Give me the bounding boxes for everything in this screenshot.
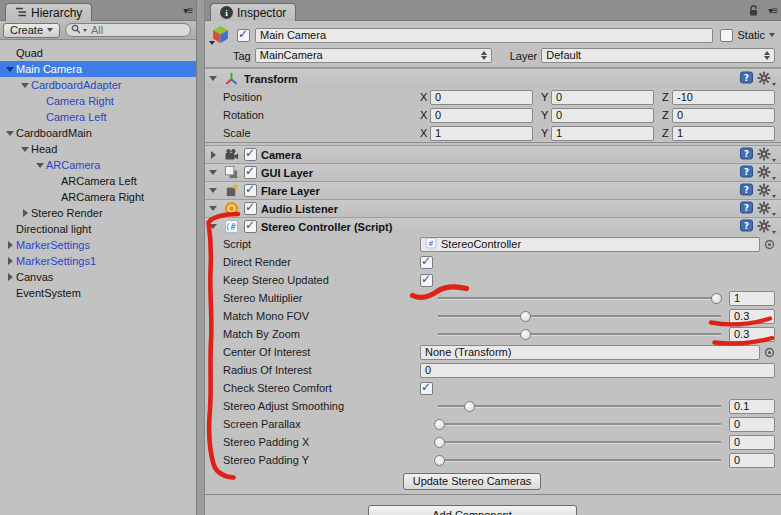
audio-listener-gear-icon[interactable] <box>757 201 776 217</box>
gui-layer-enabled-checkbox[interactable] <box>244 166 257 179</box>
script-object-field[interactable]: #StereoController <box>420 237 760 252</box>
transform-help-icon[interactable]: ? <box>740 71 753 86</box>
gameobject-cube-icon[interactable] <box>211 25 232 45</box>
transform-rotation-z-field[interactable]: 0 <box>672 108 775 123</box>
match-mono-fov-value-field[interactable]: 0.3 <box>729 309 775 324</box>
camera-foldout-icon[interactable] <box>207 149 219 161</box>
transform-component-header[interactable]: Transform? <box>205 68 781 88</box>
camera-gear-icon[interactable] <box>757 147 776 163</box>
hierarchy-item-quad[interactable]: Quad <box>0 45 196 61</box>
foldout-spacer[interactable] <box>4 287 16 299</box>
camera-component-header[interactable]: Camera? <box>205 145 781 163</box>
foldout-spacer[interactable] <box>49 191 61 203</box>
stereo-controller-script-help-icon[interactable]: ? <box>740 219 753 234</box>
audio-listener-component-header[interactable]: Audio Listener? <box>205 199 781 217</box>
check-stereo-comfort-checkbox[interactable] <box>420 382 433 395</box>
flare-layer-enabled-checkbox[interactable] <box>244 184 257 197</box>
stereo-multiplier-slider[interactable] <box>438 290 721 306</box>
layer-dropdown[interactable]: Default <box>541 48 775 63</box>
hierarchy-panel-menu-icon[interactable]: ▾≡ <box>183 5 192 16</box>
gui-layer-foldout-icon[interactable] <box>207 167 219 179</box>
transform-foldout-icon[interactable] <box>207 73 219 85</box>
hierarchy-item-arcamera[interactable]: ARCamera <box>0 157 196 173</box>
panel-splitter[interactable] <box>197 0 205 515</box>
foldout-expanded-icon[interactable] <box>4 127 16 139</box>
foldout-expanded-icon[interactable] <box>4 63 16 75</box>
stereo-padding-y-value-field[interactable]: 0 <box>729 453 775 468</box>
hierarchy-item-camera-left[interactable]: Camera Left <box>0 109 196 125</box>
hierarchy-item-arcamera-left[interactable]: ARCamera Left <box>0 173 196 189</box>
hierarchy-item-main-camera[interactable]: Main Camera <box>0 61 196 77</box>
match-by-zoom-slider[interactable] <box>438 326 721 342</box>
match-mono-fov-slider-thumb[interactable] <box>520 311 531 322</box>
foldout-spacer[interactable] <box>49 175 61 187</box>
camera-enabled-checkbox[interactable] <box>244 148 257 161</box>
create-button[interactable]: Create <box>3 23 60 38</box>
stereo-controller-script-foldout-icon[interactable] <box>207 221 219 233</box>
hierarchy-item-canvas[interactable]: Canvas <box>0 269 196 285</box>
stereo-padding-x-slider-thumb[interactable] <box>434 437 445 448</box>
center-of-interest-object-field[interactable]: None (Transform) <box>420 345 760 360</box>
foldout-collapsed-icon[interactable] <box>4 271 16 283</box>
transform-scale-y-field[interactable]: 1 <box>551 126 654 141</box>
audio-listener-foldout-icon[interactable] <box>207 203 219 215</box>
transform-position-y-field[interactable]: 0 <box>551 90 654 105</box>
flare-layer-gear-icon[interactable] <box>757 183 776 199</box>
stereo-padding-x-slider[interactable] <box>438 434 721 450</box>
hierarchy-item-camera-right[interactable]: Camera Right <box>0 93 196 109</box>
hierarchy-item-head[interactable]: Head <box>0 141 196 157</box>
stereo-adjust-smoothing-value-field[interactable]: 0.1 <box>729 399 775 414</box>
transform-position-x-field[interactable]: 0 <box>430 90 533 105</box>
tag-dropdown[interactable]: MainCamera <box>255 48 492 63</box>
keep-stereo-updated-checkbox[interactable] <box>420 274 433 287</box>
radius-of-interest-field[interactable]: 0 <box>420 363 775 378</box>
gui-layer-gear-icon[interactable] <box>757 165 776 181</box>
match-mono-fov-slider[interactable] <box>438 308 721 324</box>
update-stereo-cameras-button[interactable]: Update Stereo Cameras <box>403 473 542 490</box>
stereo-controller-script-enabled-checkbox[interactable] <box>244 220 257 233</box>
transform-rotation-y-field[interactable]: 0 <box>551 108 654 123</box>
flare-layer-foldout-icon[interactable] <box>207 185 219 197</box>
screen-parallax-slider[interactable] <box>438 416 721 432</box>
hierarchy-item-cardboardadapter[interactable]: CardboardAdapter <box>0 77 196 93</box>
foldout-spacer[interactable] <box>34 111 46 123</box>
gui-layer-help-icon[interactable]: ? <box>740 165 753 180</box>
hierarchy-item-markersettings[interactable]: MarkerSettings <box>0 237 196 253</box>
flare-layer-help-icon[interactable]: ? <box>740 183 753 198</box>
audio-listener-enabled-checkbox[interactable] <box>244 202 257 215</box>
screen-parallax-value-field[interactable]: 0 <box>729 417 775 432</box>
gameobject-active-checkbox[interactable] <box>237 29 250 42</box>
foldout-expanded-icon[interactable] <box>34 159 46 171</box>
stereo-padding-y-slider[interactable] <box>438 452 721 468</box>
hierarchy-item-stereo-render[interactable]: Stereo Render <box>0 205 196 221</box>
transform-scale-z-field[interactable]: 1 <box>672 126 775 141</box>
tab-inspector[interactable]: i Inspector <box>210 3 296 21</box>
hierarchy-item-arcamera-right[interactable]: ARCamera Right <box>0 189 196 205</box>
stereo-multiplier-slider-thumb[interactable] <box>711 293 722 304</box>
gameobject-name-field[interactable]: Main Camera <box>255 28 713 43</box>
transform-rotation-x-field[interactable]: 0 <box>430 108 533 123</box>
foldout-spacer[interactable] <box>34 95 46 107</box>
flare-layer-component-header[interactable]: Flare Layer? <box>205 181 781 199</box>
foldout-collapsed-icon[interactable] <box>4 255 16 267</box>
stereo-adjust-smoothing-slider[interactable] <box>438 398 721 414</box>
static-dropdown-caret-icon[interactable] <box>769 33 775 37</box>
hierarchy-item-markersettings1[interactable]: MarkerSettings1 <box>0 253 196 269</box>
foldout-spacer[interactable] <box>4 223 16 235</box>
foldout-expanded-icon[interactable] <box>19 143 31 155</box>
search-input[interactable]: All <box>65 23 191 37</box>
transform-scale-x-field[interactable]: 1 <box>430 126 533 141</box>
direct-render-checkbox[interactable] <box>420 256 433 269</box>
static-checkbox[interactable] <box>720 29 733 42</box>
lock-icon[interactable] <box>748 4 759 19</box>
stereo-multiplier-value-field[interactable]: 1 <box>729 291 775 306</box>
hierarchy-item-eventsystem[interactable]: EventSystem <box>0 285 196 301</box>
hierarchy-item-directional-light[interactable]: Directional light <box>0 221 196 237</box>
foldout-collapsed-icon[interactable] <box>4 239 16 251</box>
screen-parallax-slider-thumb[interactable] <box>434 419 445 430</box>
hierarchy-item-cardboardmain[interactable]: CardboardMain <box>0 125 196 141</box>
center-of-interest-object-picker-icon[interactable] <box>764 347 775 358</box>
stereo-controller-script-component-header[interactable]: (#Stereo Controller (Script)? <box>205 217 781 235</box>
match-by-zoom-value-field[interactable]: 0.3 <box>729 327 775 342</box>
stereo-controller-script-gear-icon[interactable] <box>757 219 776 235</box>
